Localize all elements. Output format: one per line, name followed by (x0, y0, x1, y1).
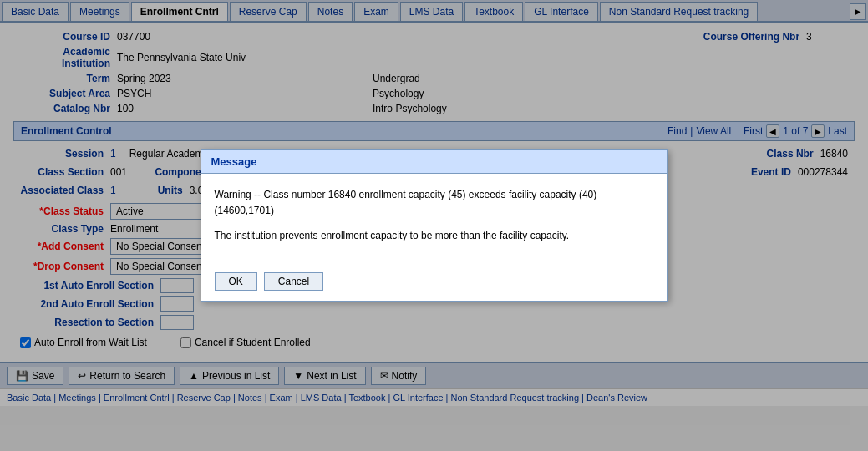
modal-cancel-button[interactable]: Cancel (264, 272, 323, 291)
modal-line2: The institution prevents enrollment capa… (215, 228, 654, 244)
modal-ok-button[interactable]: OK (215, 272, 257, 291)
modal-footer: OK Cancel (201, 266, 667, 301)
modal-body: Warning -- Class number 16840 enrollment… (201, 174, 667, 266)
modal-dialog: Message Warning -- Class number 16840 en… (201, 149, 668, 302)
modal-line1: Warning -- Class number 16840 enrollment… (215, 187, 654, 219)
modal-overlay[interactable]: Message Warning -- Class number 16840 en… (0, 0, 868, 406)
modal-header: Message (201, 150, 667, 174)
